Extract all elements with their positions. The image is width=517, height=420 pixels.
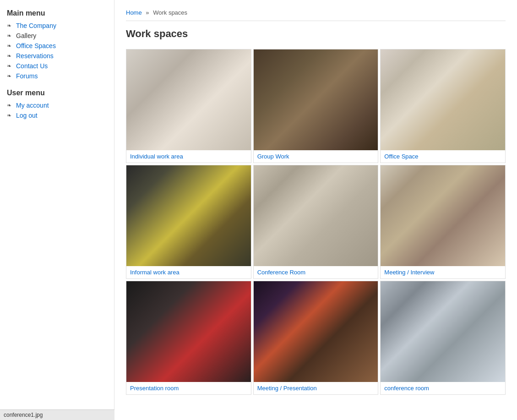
gallery-image-meeting-interview	[381, 165, 505, 266]
sidebar-link-office-spaces[interactable]: Office Spaces	[16, 42, 56, 49]
gallery-image-conference-room	[254, 165, 378, 266]
bullet-icon: ❧	[7, 53, 13, 59]
image-placeholder-conference-room	[254, 165, 378, 266]
gallery-item-informal-work-area[interactable]: Informal work area	[126, 165, 251, 279]
sidebar-link-reservations[interactable]: Reservations	[16, 52, 54, 60]
sidebar-item-my-account[interactable]: ❧My account	[7, 102, 107, 109]
gallery-caption-office-space[interactable]: Office Space	[381, 150, 505, 163]
gallery-caption-presentation-room[interactable]: Presentation room	[126, 382, 251, 394]
sidebar-label-gallery: Gallery	[16, 32, 36, 39]
bullet-icon: ❧	[7, 33, 13, 39]
gallery-caption-group-work[interactable]: Group Work	[254, 150, 378, 163]
gallery-item-conference-room[interactable]: Conference Room	[253, 165, 379, 279]
sidebar: Main menu ❧The Company❧Gallery❧Office Sp…	[0, 0, 114, 420]
gallery-grid: Individual work areaGroup WorkOffice Spa…	[126, 49, 506, 395]
gallery-caption-meeting-interview[interactable]: Meeting / Interview	[381, 266, 505, 278]
gallery-item-meeting-presentation[interactable]: Meeting / Presentation	[253, 281, 379, 395]
main-content: Home » Work spaces Work spaces Individua…	[114, 0, 517, 420]
tooltip-bar: conference1.jpg	[0, 409, 114, 420]
gallery-image-presentation-room	[126, 281, 251, 382]
sidebar-link-my-account[interactable]: My account	[16, 102, 49, 109]
gallery-item-individual-work-area[interactable]: Individual work area	[126, 49, 251, 163]
bullet-icon: ❧	[7, 112, 13, 119]
tooltip-text: conference1.jpg	[4, 412, 43, 418]
image-placeholder-office-space	[381, 49, 505, 150]
gallery-image-meeting-presentation	[254, 281, 378, 382]
image-placeholder-individual-work-area	[126, 49, 251, 150]
breadcrumb-separator: »	[146, 9, 149, 16]
sidebar-link-contact-us[interactable]: Contact Us	[16, 62, 48, 70]
breadcrumb-home[interactable]: Home	[126, 9, 142, 16]
gallery-item-conference-room-2[interactable]: conference room	[380, 281, 506, 395]
image-placeholder-conference-room-2	[381, 281, 505, 382]
user-nav: ❧My account❧Log out	[7, 102, 107, 119]
image-placeholder-presentation-room	[126, 281, 251, 382]
gallery-item-meeting-interview[interactable]: Meeting / Interview	[380, 165, 506, 279]
gallery-caption-conference-room-2[interactable]: conference room	[381, 382, 505, 394]
image-placeholder-meeting-presentation	[254, 281, 378, 382]
user-menu-title: User menu	[7, 89, 107, 97]
gallery-item-office-space[interactable]: Office Space	[380, 49, 506, 163]
breadcrumb: Home » Work spaces	[126, 9, 506, 21]
sidebar-item-the-company[interactable]: ❧The Company	[7, 22, 107, 29]
page-title: Work spaces	[126, 28, 506, 40]
gallery-image-group-work	[254, 49, 378, 150]
gallery-image-informal-work-area	[126, 165, 251, 266]
gallery-image-office-space	[381, 49, 505, 150]
gallery-item-group-work[interactable]: Group Work	[253, 49, 379, 163]
sidebar-link-log-out[interactable]: Log out	[16, 112, 38, 119]
bullet-icon: ❧	[7, 22, 13, 29]
bullet-icon: ❧	[7, 63, 13, 69]
gallery-caption-informal-work-area[interactable]: Informal work area	[126, 266, 251, 278]
main-menu-title: Main menu	[7, 9, 107, 17]
gallery-image-conference-room-2	[381, 281, 505, 382]
bullet-icon: ❧	[7, 43, 13, 49]
image-placeholder-meeting-interview	[381, 165, 505, 266]
sidebar-item-reservations[interactable]: ❧Reservations	[7, 52, 107, 60]
sidebar-item-office-spaces[interactable]: ❧Office Spaces	[7, 42, 107, 49]
image-placeholder-group-work	[254, 49, 378, 150]
gallery-caption-meeting-presentation[interactable]: Meeting / Presentation	[254, 382, 378, 394]
breadcrumb-current: Work spaces	[153, 9, 187, 16]
sidebar-item-gallery: ❧Gallery	[7, 32, 107, 39]
bullet-icon: ❧	[7, 73, 13, 79]
app-layout: Main menu ❧The Company❧Gallery❧Office Sp…	[0, 0, 517, 420]
sidebar-item-log-out[interactable]: ❧Log out	[7, 112, 107, 119]
sidebar-item-contact-us[interactable]: ❧Contact Us	[7, 62, 107, 70]
bullet-icon: ❧	[7, 102, 13, 109]
sidebar-link-the-company[interactable]: The Company	[16, 22, 56, 29]
image-placeholder-informal-work-area	[126, 165, 251, 266]
gallery-caption-conference-room[interactable]: Conference Room	[254, 266, 378, 278]
sidebar-link-forums[interactable]: Forums	[16, 72, 38, 80]
gallery-item-presentation-room[interactable]: Presentation room	[126, 281, 251, 395]
sidebar-item-forums[interactable]: ❧Forums	[7, 72, 107, 80]
main-nav: ❧The Company❧Gallery❧Office Spaces❧Reser…	[7, 22, 107, 80]
gallery-image-individual-work-area	[126, 49, 251, 150]
gallery-caption-individual-work-area[interactable]: Individual work area	[126, 150, 251, 163]
